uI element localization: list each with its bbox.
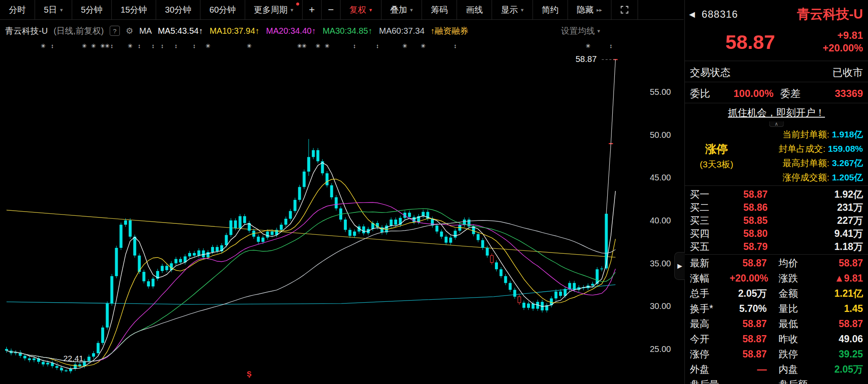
toolbar-button-chips-chouma[interactable]: 筹码 — [422, 0, 457, 19]
bid-row-5[interactable]: 买五58.791.18万 — [685, 240, 868, 253]
svg-text:Ş: Ş — [247, 370, 251, 378]
bid-price: 58.85 — [720, 215, 768, 226]
price-row: 58.87 +9.81 +20.00% — [689, 25, 863, 58]
bid-row-4[interactable]: 买四58.809.41万 — [685, 227, 868, 240]
svg-text:↕: ↕ — [454, 43, 457, 49]
limit-detail-value: 1.918亿 — [832, 129, 863, 139]
quote-header: ◀ 688316 青云科技-U — [689, 5, 863, 24]
ma-legend-0: MA5:43.54↑ — [158, 26, 203, 36]
toolbar-button-more-periods[interactable]: 更多周期▾ — [245, 0, 303, 19]
toolbar-button-5min[interactable]: 5分钟 — [72, 0, 112, 19]
toolbar-label-15min: 15分钟 — [121, 4, 147, 16]
bid-volume: 1.92亿 — [768, 188, 863, 201]
svg-text:✳: ✳ — [105, 43, 110, 49]
gear-icon[interactable]: ⚙ — [126, 26, 133, 36]
divider — [685, 185, 868, 186]
last-price: 58.87 — [725, 30, 775, 54]
bid-row-1[interactable]: 买一58.871.92亿 — [685, 188, 868, 201]
chevron-down-icon: ▾ — [60, 7, 63, 13]
toolbar-button-hide[interactable]: 隐藏▸▸ — [568, 0, 611, 19]
chevron-right-icon: ▶ — [677, 262, 682, 270]
toolbar-button-adjust-fuquan[interactable]: 复权▾ — [341, 0, 381, 19]
limit-detail-row: 涨停成交额:1.205亿 — [748, 170, 863, 185]
stat-value: 2.05万 — [730, 287, 767, 300]
change-percent: +20.00% — [823, 42, 863, 54]
stat-label: 跌停 — [779, 348, 818, 361]
toolbar-button-30min[interactable]: 30分钟 — [156, 0, 200, 19]
stat-value: 58.87 — [730, 349, 767, 360]
limit-detail-row: 最高封单额:3.267亿 — [748, 156, 863, 170]
svg-text:✳: ✳ — [41, 43, 46, 49]
weibi-label: 委比 — [690, 87, 710, 100]
open-account-link[interactable]: 抓住机会，即刻开户！ — [728, 106, 825, 119]
stat-row-8: 外盘—内盘2.05万 — [685, 362, 868, 377]
toolbar-button-60min[interactable]: 60分钟 — [200, 0, 245, 19]
margin-trading-tag[interactable]: ↑融资融券 — [430, 25, 468, 37]
toolbar-button-draw-line[interactable]: 画线 — [457, 0, 492, 19]
bid-label: 买一 — [690, 188, 720, 201]
toolbar-button-5day[interactable]: 5日▾ — [35, 0, 72, 19]
weicha-value: 33369 — [800, 88, 863, 99]
limit-detail-label: 封单占成交: — [779, 144, 825, 153]
ma-legend-2: MA20:34.40↑ — [266, 26, 316, 36]
chart-symbol-name: 青云科技-U — [5, 25, 48, 37]
toolbar-label-30min: 30分钟 — [165, 4, 191, 16]
chart-canvas[interactable]: ✳↕✳✳✳✳↕✳↕↕↕↕↕✳✳✳✳✳✳↕↕✳✳↕✳↕Ş — [0, 40, 684, 384]
stat-label: 均价 — [779, 257, 818, 270]
toolbar-button-timeshare[interactable]: 分时 — [0, 0, 35, 19]
y-tick-label: 40.00 — [635, 216, 671, 226]
stat-label: 涨停 — [690, 348, 730, 361]
bid-label: 买五 — [690, 240, 720, 253]
bid-row-2[interactable]: 买二58.86231万 — [685, 201, 868, 214]
toolbar-button-zoom-out[interactable]: − — [322, 0, 341, 19]
current-price-label: 58.87 — [576, 54, 597, 64]
weicha-label: 委差 — [780, 87, 800, 100]
y-tick-label: 45.00 — [635, 173, 671, 183]
stat-value: 58.87 — [730, 318, 767, 330]
help-icon[interactable]: ? — [110, 26, 120, 36]
panel-collapse-handle[interactable]: ▶ — [674, 252, 685, 280]
candlestick-chart[interactable]: ✳↕✳✳✳✳↕✳↕↕↕↕↕✳✳✳✳✳✳↕↕✳✳↕✳↕Ş — [0, 40, 684, 384]
stat-row-2: 涨幅+20.00%涨跌▲9.81 — [685, 271, 868, 286]
bid-levels: 买一58.871.92亿买二58.86231万买三58.85227万买四58.8… — [685, 188, 868, 253]
weibi-value: 100.00% — [710, 88, 773, 99]
limit-detail-label: 最高封单额: — [783, 158, 830, 168]
stat-value: — — [730, 379, 767, 384]
toolbar-button-fullscreen[interactable] — [611, 0, 638, 19]
bid-volume: 9.41万 — [768, 227, 863, 240]
stat-value: 1.21亿 — [818, 287, 863, 300]
toolbar-button-zoom-in[interactable]: + — [303, 0, 322, 19]
bid-price: 58.79 — [720, 241, 768, 252]
ma-settings-button[interactable]: 设置均线 ▾ — [561, 25, 600, 37]
stat-label: 内盘 — [779, 363, 818, 376]
stat-label: 盘后额 — [779, 378, 818, 384]
stat-value: 58.87 — [818, 318, 863, 330]
y-tick-label: 35.00 — [635, 259, 671, 269]
toolbar-label-overlay-diejia: 叠加 — [390, 4, 407, 16]
toolbar-label-5day: 5日 — [44, 4, 57, 16]
bid-price: 58.87 — [720, 189, 768, 200]
svg-text:✳: ✳ — [302, 43, 307, 49]
svg-text:✳: ✳ — [128, 43, 133, 49]
back-chevron-icon[interactable]: ◀ — [689, 10, 695, 19]
stat-value: 39.25 — [818, 349, 863, 360]
bid-row-3[interactable]: 买三58.85227万 — [685, 214, 868, 227]
toolbar-button-overlay-diejia[interactable]: 叠加▾ — [381, 0, 422, 19]
divider — [685, 103, 868, 103]
toolbar-button-simple-mode[interactable]: 简约 — [533, 0, 568, 19]
toolbar-button-15min[interactable]: 15分钟 — [112, 0, 156, 19]
stats-grid: 最新58.87均价58.87涨幅+20.00%涨跌▲9.81总手2.05万金额1… — [685, 255, 868, 384]
ma-legend-3: MA30:34.85↑ — [322, 26, 372, 36]
ma-prefix-label: MA — [139, 26, 152, 36]
limit-detail-value: 1.205亿 — [832, 172, 863, 182]
toolbar-button-display[interactable]: 显示▾ — [492, 0, 533, 19]
chevron-down-icon: ▾ — [291, 7, 294, 13]
svg-text:↕: ↕ — [353, 43, 356, 49]
notification-dot — [296, 3, 299, 5]
stat-value: 58.87 — [730, 333, 767, 345]
stat-value: +20.00% — [730, 273, 767, 284]
limit-detail-row: 当前封单额:1.918亿 — [748, 127, 863, 142]
toolbar-label-more-periods: 更多周期 — [254, 4, 288, 16]
toolbar-label-5min: 5分钟 — [81, 4, 103, 16]
change-amount: +9.81 — [823, 29, 863, 42]
